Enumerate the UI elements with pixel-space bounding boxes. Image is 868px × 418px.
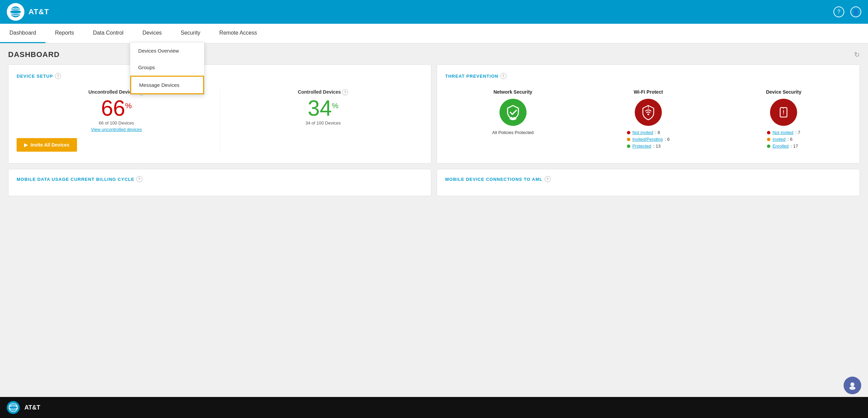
device-security-icon: ! [770,99,797,126]
device-setup-card: DEVICE SETUP ? Uncontrolled Devices ? 66… [8,64,431,164]
device-invited-row: Invited : 6 [767,137,800,142]
mobile-data-help-icon[interactable]: ? [136,176,142,182]
device-not-invited-value: : 7 [795,130,800,135]
wifi-protected-dot [627,145,630,148]
logo-area: AT&T [7,3,49,21]
invite-arrow-icon: ▶ [24,142,28,148]
device-not-invited-row: Not invited : 7 [767,130,800,135]
top-bar: AT&T ? 👤 [0,0,868,24]
nav-bar: Dashboard Reports Data Control Devices D… [0,24,868,43]
mobile-data-usage-card: MOBILE DATA USAGE CURRENT BILLING CYCLE … [8,169,431,196]
devices-dropdown: Devices Overview Groups Message Devices [130,42,204,95]
brand-name: AT&T [28,7,49,16]
wifi-protect-stats: Not invited : 8 Invited/Pending : 6 Prot… [627,130,670,150]
threat-prevention-title: THREAT PREVENTION ? [445,73,851,79]
nav-item-devices[interactable]: Devices Devices Overview Groups Message … [133,24,171,43]
wifi-pending-dot [627,138,630,141]
wifi-protected-value: : 13 [653,144,661,149]
device-enrolled-dot [767,145,770,148]
bottom-cards-row: MOBILE DATA USAGE CURRENT BILLING CYCLE … [8,169,860,196]
mobile-device-connections-title: MOBILE DEVICE CONNECTIONS TO AML ? [445,176,851,182]
dropdown-item-devices-overview[interactable]: Devices Overview [130,42,204,59]
mobile-data-usage-title: MOBILE DATA USAGE CURRENT BILLING CYCLE … [17,176,423,182]
device-divider [220,89,220,152]
dropdown-item-groups[interactable]: Groups [130,59,204,76]
wifi-not-invited-row: Not invited : 8 [627,130,670,135]
network-security-status: All Policies Protected [445,130,580,135]
nav-item-remote-access[interactable]: Remote Access [210,24,267,43]
controlled-help-icon[interactable]: ? [342,89,348,95]
svg-text:!: ! [783,110,785,115]
help-icon[interactable]: ? [833,6,844,17]
svg-text:!: ! [648,104,649,110]
wifi-protect-icon: ! [635,99,662,126]
device-not-invited-dot [767,131,770,134]
mobile-device-connections-card: MOBILE DEVICE CONNECTIONS TO AML ? [437,169,860,196]
mobile-connections-help-icon[interactable]: ? [545,176,551,182]
device-security-col: Device Security ! Not invited : 7 [716,89,851,150]
device-enrolled-value: : 17 [791,144,798,149]
att-logo [7,3,24,21]
threat-prevention-card: THREAT PREVENTION ? Network Security [437,64,860,164]
network-security-title: Network Security [445,89,580,95]
wifi-not-invited-value: : 8 [655,130,660,135]
device-invited-value: : 6 [788,137,792,142]
nav-item-security[interactable]: Security [171,24,210,43]
wifi-protect-title: Wi-Fi Protect [580,89,716,95]
wifi-pending-value: : 6 [665,137,670,142]
device-not-invited-link[interactable]: Not invited [772,130,793,135]
network-security-col: Network Security All Policies Protected [445,89,580,138]
threat-help-icon[interactable]: ? [500,73,507,79]
device-invited-dot [767,138,770,141]
network-security-icon [499,99,527,126]
invite-all-devices-button[interactable]: ▶ Invite All Devices [17,138,77,152]
wifi-protected-row: Protected : 13 [627,144,670,149]
svg-point-4 [647,114,649,115]
refresh-icon[interactable]: ↻ [854,51,860,59]
threat-content: Network Security All Policies Protected … [445,86,851,154]
device-invited-link[interactable]: Invited [772,137,785,142]
wifi-pending-link[interactable]: Invited/Pending [632,137,663,142]
controlled-devices-stat: Controlled Devices ? 34% 34 of 100 Devic… [223,89,423,126]
top-icons: ? 👤 [833,6,861,17]
wifi-protected-link[interactable]: Protected [632,144,651,149]
device-security-title: Device Security [716,89,851,95]
nav-item-dashboard[interactable]: Dashboard [0,24,45,43]
nav-item-data-control[interactable]: Data Control [83,24,133,43]
view-uncontrolled-link[interactable]: View uncontrolled devices [17,127,216,132]
controlled-label: Controlled Devices ? [223,89,423,95]
device-enrolled-row: Enrolled : 17 [767,144,800,149]
uncontrolled-devices-stat: Uncontrolled Devices ? 66% 66 of 100 Dev… [17,89,216,152]
uncontrolled-sub: 66 of 100 Devices [17,120,216,126]
wifi-not-invited-dot [627,131,630,134]
device-setup-content: Uncontrolled Devices ? 66% 66 of 100 Dev… [17,86,423,155]
nav-item-reports[interactable]: Reports [45,24,83,43]
controlled-sub: 34 of 100 Devices [223,120,423,126]
device-enrolled-link[interactable]: Enrolled [772,144,789,149]
device-security-stats: Not invited : 7 Invited : 6 Enrolled : 1… [767,130,800,150]
user-icon[interactable]: 👤 [850,6,861,17]
device-setup-help-icon[interactable]: ? [55,73,61,79]
wifi-protect-col: Wi-Fi Protect ! Not invit [580,89,716,150]
uncontrolled-percent: 66% [17,97,216,119]
wifi-not-invited-link[interactable]: Not invited [632,130,653,135]
dropdown-item-message-devices[interactable]: Message Devices [130,76,204,94]
wifi-pending-row: Invited/Pending : 6 [627,137,670,142]
page-title: DASHBOARD [8,50,60,59]
controlled-percent: 34% [223,97,423,119]
device-setup-title: DEVICE SETUP ? [17,73,423,79]
